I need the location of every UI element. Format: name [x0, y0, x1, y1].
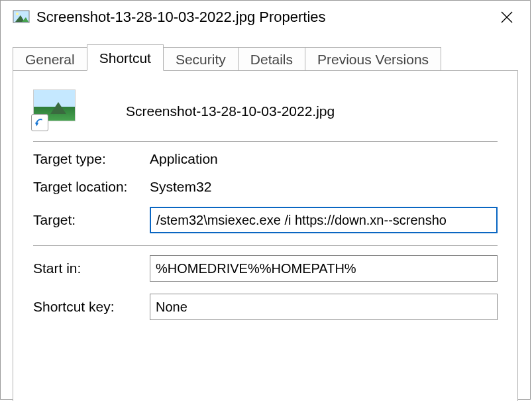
value-target-location: System32 — [150, 179, 211, 195]
shortcut-target-icon — [33, 89, 80, 129]
app-icon — [13, 9, 30, 26]
row-target-location: Target location: System32 — [33, 179, 498, 195]
svg-point-3 — [16, 13, 19, 15]
label-target-type: Target type: — [33, 151, 150, 167]
tabs-container: General Shortcut Security Details Previo… — [1, 34, 530, 401]
row-target: Target: — [33, 207, 498, 233]
row-target-type: Target type: Application — [33, 151, 498, 167]
label-shortcut-key: Shortcut key: — [33, 299, 150, 315]
shortcut-header: Screenshot-13-28-10-03-2022.jpg — [33, 84, 498, 141]
tab-details[interactable]: Details — [238, 47, 305, 70]
label-target: Target: — [33, 212, 150, 228]
divider — [33, 245, 498, 246]
label-target-location: Target location: — [33, 179, 150, 195]
tab-strip: General Shortcut Security Details Previo… — [13, 44, 518, 70]
value-target-type: Application — [150, 151, 218, 167]
shortcut-filename: Screenshot-13-28-10-03-2022.jpg — [126, 99, 335, 119]
properties-window: Screenshot-13-28-10-03-2022.jpg Properti… — [0, 0, 531, 400]
shortcut-overlay-icon — [31, 114, 48, 131]
target-input[interactable] — [150, 207, 498, 233]
tab-shortcut[interactable]: Shortcut — [87, 44, 164, 71]
row-shortcut-key: Shortcut key: — [33, 294, 498, 320]
tab-security[interactable]: Security — [163, 47, 239, 70]
titlebar: Screenshot-13-28-10-03-2022.jpg Properti… — [1, 1, 530, 34]
tab-previous-versions[interactable]: Previous Versions — [305, 47, 441, 70]
row-start-in: Start in: — [33, 255, 498, 282]
shortcut-key-input[interactable] — [150, 294, 498, 320]
tab-general[interactable]: General — [13, 47, 87, 70]
window-title: Screenshot-13-28-10-03-2022.jpg Properti… — [36, 9, 490, 26]
label-start-in: Start in: — [33, 260, 150, 276]
tab-panel-shortcut: Screenshot-13-28-10-03-2022.jpg Target t… — [13, 70, 518, 401]
divider — [33, 141, 498, 142]
close-button[interactable] — [490, 1, 523, 34]
start-in-input[interactable] — [150, 255, 498, 282]
